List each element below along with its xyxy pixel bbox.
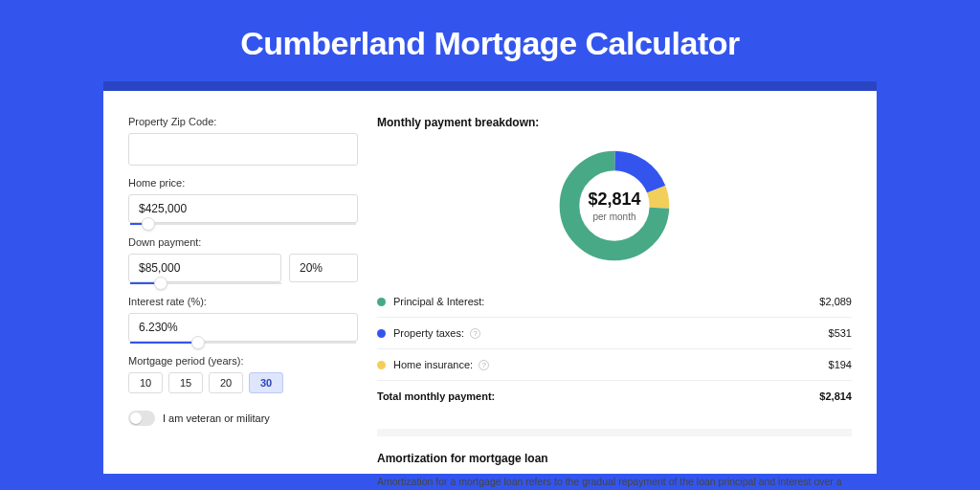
- legend-value: $2,089: [819, 296, 852, 307]
- veteran-toggle[interactable]: [128, 411, 155, 426]
- period-option-10[interactable]: 10: [128, 372, 163, 393]
- down-payment-percent-input[interactable]: [289, 254, 358, 282]
- legend-total-row: Total monthly payment: $2,814: [377, 380, 852, 412]
- interest-rate-label: Interest rate (%):: [128, 296, 358, 307]
- legend-dot-icon: [377, 361, 386, 369]
- slider-thumb-icon[interactable]: [142, 217, 155, 231]
- legend-label: Home insurance:: [393, 359, 473, 370]
- zip-label: Property Zip Code:: [128, 116, 358, 127]
- field-interest-rate: Interest rate (%):: [128, 296, 358, 344]
- donut-center: $2,814 per month: [555, 146, 674, 265]
- legend-row: Principal & Interest:$2,089: [377, 286, 852, 318]
- legend-label: Principal & Interest:: [393, 296, 484, 307]
- breakdown-column: Monthly payment breakdown: $2,814 per mo…: [377, 116, 852, 474]
- legend: Principal & Interest:$2,089Property taxe…: [377, 286, 852, 380]
- zip-input[interactable]: [128, 133, 358, 166]
- slider-thumb-icon[interactable]: [191, 336, 205, 349]
- legend-dot-icon: [377, 298, 386, 306]
- period-option-20[interactable]: 20: [209, 372, 243, 393]
- legend-value: $531: [829, 327, 852, 339]
- field-zip: Property Zip Code:: [128, 116, 358, 166]
- amortization-body: Amortization for a mortgage loan refers …: [377, 475, 852, 490]
- donut-amount: $2,814: [588, 189, 640, 210]
- calculator-panel: Property Zip Code: Home price: Down paym…: [103, 91, 877, 474]
- donut-sub: per month: [592, 212, 635, 222]
- legend-row: Home insurance:?$194: [377, 349, 852, 380]
- donut-chart-wrap: $2,814 per month: [377, 141, 852, 278]
- field-veteran: I am veteran or military: [128, 411, 358, 426]
- toggle-knob-icon: [130, 412, 142, 424]
- down-payment-amount-input[interactable]: [128, 254, 281, 282]
- field-mortgage-period: Mortgage period (years): 10152030: [128, 355, 358, 393]
- period-option-30[interactable]: 30: [249, 372, 283, 393]
- down-payment-label: Down payment:: [128, 236, 358, 248]
- home-price-slider[interactable]: [130, 223, 356, 225]
- panel-top-shadow: [103, 81, 877, 91]
- amortization-section: Amortization for mortgage loan Amortizat…: [377, 429, 852, 490]
- period-option-15[interactable]: 15: [168, 372, 203, 393]
- donut-chart: $2,814 per month: [555, 146, 674, 265]
- legend-value: $194: [829, 359, 852, 370]
- down-payment-slider[interactable]: [130, 282, 281, 284]
- legend-total-label: Total monthly payment:: [377, 390, 495, 402]
- legend-row: Property taxes:?$531: [377, 318, 852, 349]
- interest-rate-slider[interactable]: [130, 342, 356, 344]
- legend-dot-icon: [377, 329, 386, 338]
- period-options: 10152030: [128, 372, 358, 393]
- inputs-column: Property Zip Code: Home price: Down paym…: [128, 116, 358, 474]
- info-icon[interactable]: ?: [470, 328, 480, 339]
- info-icon[interactable]: ?: [479, 360, 489, 370]
- field-home-price: Home price:: [128, 177, 358, 225]
- interest-rate-input[interactable]: [128, 313, 358, 342]
- page-title: Cumberland Mortgage Calculator: [0, 0, 980, 81]
- veteran-label: I am veteran or military: [163, 412, 270, 424]
- legend-label: Property taxes:: [393, 327, 464, 339]
- breakdown-title: Monthly payment breakdown:: [377, 116, 852, 129]
- home-price-input[interactable]: [128, 194, 358, 223]
- slider-thumb-icon[interactable]: [154, 277, 167, 290]
- amortization-title: Amortization for mortgage loan: [377, 452, 852, 465]
- mortgage-period-label: Mortgage period (years):: [128, 355, 358, 367]
- legend-total-value: $2,814: [819, 390, 852, 402]
- field-down-payment: Down payment:: [128, 236, 358, 284]
- home-price-label: Home price:: [128, 177, 358, 189]
